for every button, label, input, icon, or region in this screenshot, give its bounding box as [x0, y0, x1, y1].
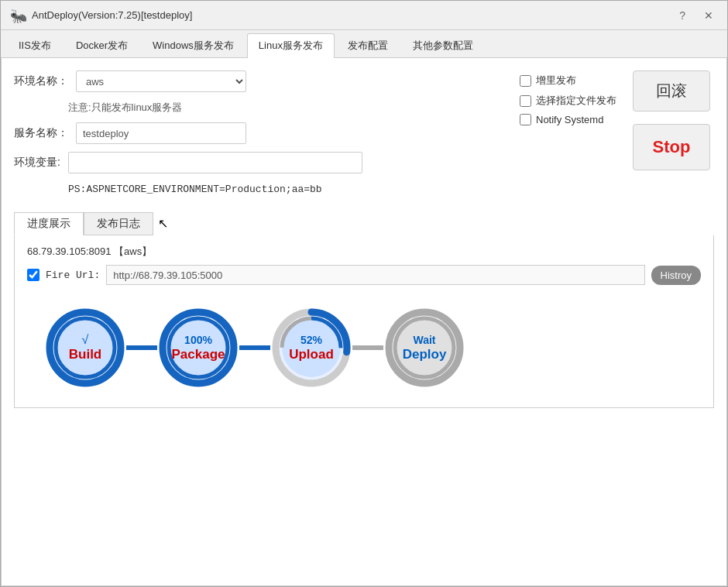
tab-iis[interactable]: IIS发布 [7, 33, 63, 57]
notify-systemd-checkbox[interactable] [520, 114, 531, 125]
cursor-arrow: ↖ [153, 212, 173, 235]
env-select[interactable]: aws [76, 70, 246, 92]
help-button[interactable]: ? [675, 8, 690, 23]
upload-circle-wrapper: 52% Upload [269, 305, 354, 390]
sub-tab-progress[interactable]: 进度展示 [14, 212, 84, 235]
title-bar-left: 🐜 AntDeploy(Version:7.25)[testdeploy] [10, 8, 192, 23]
app-icon: 🐜 [10, 8, 26, 23]
notify-systemd-label: Notify Systemd [536, 114, 603, 125]
env-var-input[interactable] [68, 152, 362, 173]
deploy-title: Deploy [403, 347, 447, 362]
incremental-checkbox[interactable] [520, 75, 531, 87]
fire-url-row: Fire Url: Histroy [27, 265, 701, 285]
circles-row: √ Build [27, 297, 701, 398]
incremental-label: 增里发布 [536, 74, 576, 88]
build-title: Build [69, 347, 102, 362]
build-circle-wrapper: √ Build [43, 305, 128, 390]
env-row: 环境名称： aws [14, 70, 492, 92]
upload-percent: 52% [300, 334, 322, 346]
connector-3 [352, 345, 383, 350]
build-circle: √ Build [43, 305, 128, 390]
ps-text-row: PS:ASPNETCORE_ENVIRONMENT=Production;aa=… [68, 181, 492, 195]
deploy-circle-text: Wait Deploy [403, 333, 447, 362]
env-var-row: 环境变量: [14, 152, 492, 173]
rollback-button[interactable]: 回滚 [633, 70, 710, 112]
env-note: 注意:只能发布linux服务器 [14, 100, 492, 115]
upload-title: Upload [289, 347, 334, 362]
tab-windows-service[interactable]: Windows服务发布 [141, 33, 246, 57]
history-button[interactable]: Histroy [651, 266, 701, 285]
env-var-label: 环境变量: [14, 156, 60, 170]
ps-text: PS:ASPNETCORE_ENVIRONMENT=Production;aa=… [68, 184, 322, 195]
service-row: 服务名称： [14, 122, 492, 144]
connector-2 [239, 345, 270, 350]
server-ip: 68.79.39.105:8091 [27, 245, 111, 257]
progress-section: 进度展示 发布日志 ↖ 68.79.39.105:8091 【aws】 Fire… [14, 206, 714, 573]
connector-1 [126, 345, 157, 350]
checkboxes-col: 增里发布 选择指定文件发布 Notify Systemd [520, 70, 616, 195]
service-label: 服务名称： [14, 126, 68, 140]
specified-file-label: 选择指定文件发布 [536, 94, 616, 108]
service-input[interactable] [76, 122, 246, 144]
tab-bar: IIS发布 Docker发布 Windows服务发布 Linux服务发布 发布配… [1, 30, 727, 58]
package-circle-wrapper: 100% Package [156, 305, 241, 390]
upload-circle: 52% Upload [269, 305, 354, 390]
server-label: 68.79.39.105:8091 【aws】 [27, 245, 701, 259]
main-content: 环境名称： aws 注意:只能发布linux服务器 服务名称： 环境变量: [1, 58, 727, 586]
stop-button[interactable]: Stop [633, 124, 710, 170]
close-button[interactable]: ✕ [699, 8, 718, 23]
sub-tab-log[interactable]: 发布日志 [84, 212, 153, 235]
sub-tab-bar: 进度展示 发布日志 ↖ [14, 212, 714, 235]
server-env: aws [124, 245, 142, 257]
fire-url-label: Fire Url: [46, 269, 100, 281]
server-env-bracket: 【 [114, 245, 124, 257]
deploy-circle: Wait Deploy [382, 305, 467, 390]
checkbox-incremental: 增里发布 [520, 74, 616, 88]
package-percent: 100% [184, 334, 212, 346]
progress-panel: 68.79.39.105:8091 【aws】 Fire Url: Histro… [14, 235, 714, 408]
env-label: 环境名称： [14, 74, 68, 88]
fire-url-checkbox[interactable] [27, 269, 39, 281]
right-buttons: 回滚 Stop [629, 70, 714, 195]
fire-url-input[interactable] [106, 265, 644, 285]
tab-docker[interactable]: Docker发布 [64, 33, 139, 57]
build-circle-text: √ Build [69, 333, 102, 362]
window-title: AntDeploy(Version:7.25)[testdeploy] [32, 9, 192, 21]
upload-circle-text: 52% Upload [289, 333, 334, 362]
tab-linux-service[interactable]: Linux服务发布 [247, 33, 335, 58]
checkbox-notify-systemd: Notify Systemd [520, 114, 616, 125]
package-title: Package [172, 347, 225, 362]
title-bar-right: ? ✕ [675, 8, 718, 23]
package-circle-text: 100% Package [172, 333, 225, 362]
checkbox-specified-file: 选择指定文件发布 [520, 94, 616, 108]
deploy-wait: Wait [413, 334, 435, 346]
package-circle: 100% Package [156, 305, 241, 390]
build-check: √ [69, 333, 102, 347]
deploy-circle-wrapper: Wait Deploy [382, 305, 467, 390]
tab-publish-config[interactable]: 发布配置 [336, 33, 400, 57]
tab-other-params[interactable]: 其他参数配置 [401, 33, 485, 57]
specified-file-checkbox[interactable] [520, 95, 531, 107]
